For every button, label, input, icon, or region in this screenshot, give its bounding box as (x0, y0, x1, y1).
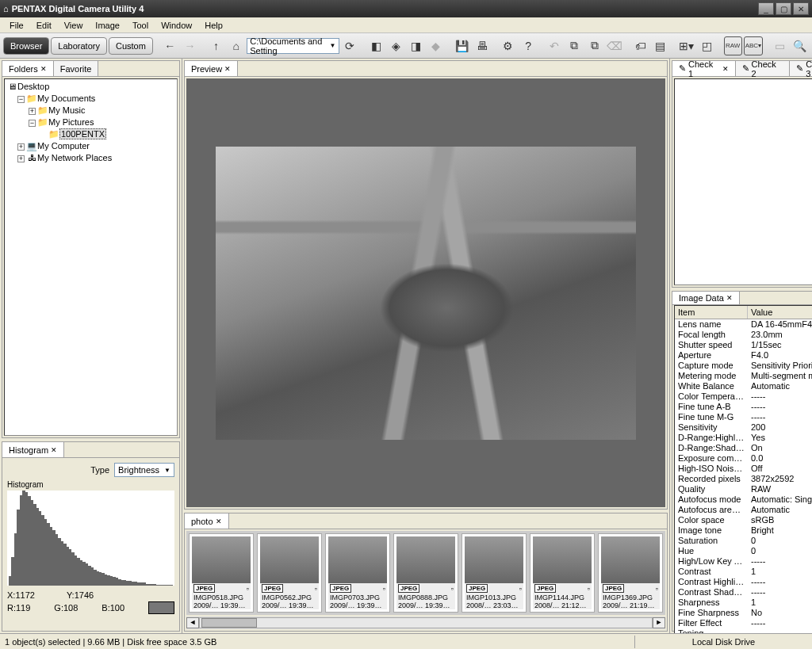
thumbnail[interactable]: JPEG▫IMGP0518.JPG2009/… 19:39… (190, 534, 253, 612)
expand-icon[interactable]: + (17, 155, 25, 162)
tab-preview[interactable]: Preview✕ (185, 61, 238, 76)
tab-check-2[interactable]: ✎Check 2 (736, 61, 791, 76)
thumbnail-scrollbar[interactable]: ◄ ► (186, 617, 665, 629)
close-icon[interactable]: ✕ (216, 517, 222, 525)
close-icon[interactable]: ✕ (726, 294, 733, 302)
tab-image-data[interactable]: Image Data✕ (672, 292, 740, 304)
nav-up-icon[interactable]: ↑ (207, 36, 225, 55)
menu-help[interactable]: Help (198, 19, 229, 32)
imgdata-row[interactable]: Autofocus area modeAutomatic (675, 505, 812, 515)
collapse-icon[interactable]: − (17, 96, 25, 103)
rotate-right-icon[interactable]: ◨ (407, 36, 425, 55)
menu-edit[interactable]: Edit (30, 19, 58, 32)
menu-file[interactable]: File (3, 19, 30, 32)
imgdata-row[interactable]: Sharpness1 (675, 597, 812, 608)
refresh-icon[interactable]: ⟳ (341, 36, 359, 55)
imgdata-row[interactable]: White BalanceAutomatic (675, 381, 812, 391)
nav-home-icon[interactable]: ⌂ (227, 36, 245, 55)
menu-view[interactable]: View (58, 19, 90, 32)
expand-icon[interactable]: + (29, 108, 36, 115)
imgdata-header-item[interactable]: Item (675, 306, 748, 319)
imgdata-row[interactable]: Hue0 (675, 546, 812, 556)
imgdata-row[interactable]: Fine SharpnessNo (675, 608, 812, 618)
imgdata-row[interactable]: Recorded pixels3872x2592 (675, 474, 812, 484)
imgdata-row[interactable]: QualityRAW (675, 484, 812, 494)
save-icon[interactable]: 💾 (453, 36, 471, 55)
tree-my-documents[interactable]: My Documents (37, 94, 95, 103)
imgdata-row[interactable]: Contrast Shadow Adj…----- (675, 587, 812, 597)
thumbnail[interactable]: JPEG▫IMGP0888.JPG2009/… 19:39… (394, 534, 458, 612)
copy-icon[interactable]: ⧉ (565, 36, 584, 55)
tab-histogram[interactable]: Histogram✕ (2, 442, 64, 457)
tree-100pentx[interactable]: 100PENTX (59, 128, 106, 139)
thumbnail[interactable]: JPEG▫IMGP0703.JPG2009/… 19:39… (326, 534, 389, 612)
mode-browser[interactable]: Browser (3, 37, 49, 55)
help-icon[interactable]: ? (519, 36, 538, 55)
imgdata-row[interactable]: Color Temperature----- (675, 391, 812, 402)
expand-icon[interactable]: + (17, 143, 25, 151)
stack-icon[interactable]: ▤ (651, 36, 669, 55)
tree-my-pictures[interactable]: My Pictures (48, 117, 94, 127)
raw-icon[interactable]: RAW (724, 36, 742, 55)
scroll-right-icon[interactable]: ► (653, 617, 665, 628)
histogram-type-select[interactable]: Brightness▼ (114, 463, 174, 477)
imgdata-row[interactable]: Metering modeMulti-segment metering (675, 371, 812, 381)
tree-my-computer[interactable]: My Computer (37, 141, 90, 151)
thumbnail[interactable]: JPEG▫IMGP1144.JPG2008/… 21:12… (530, 534, 594, 612)
tab-folders[interactable]: Folders✕ (2, 61, 54, 76)
imgdata-row[interactable]: Exposure compensation0.0 (675, 453, 812, 464)
rotate-mark-icon[interactable]: ◆ (427, 36, 445, 55)
tree-desktop[interactable]: Desktop (17, 82, 49, 91)
settings-icon[interactable]: ⚙ (499, 36, 517, 55)
imgdata-row[interactable]: Fine tune A-B----- (675, 402, 812, 412)
tab-check-1[interactable]: ✎Check 1✕ (672, 61, 736, 76)
monitor-icon[interactable]: ▭ (771, 36, 789, 55)
imgdata-row[interactable]: Focal length23.0mm (675, 330, 812, 340)
imgdata-header-value[interactable]: Value (748, 306, 812, 319)
tag-icon[interactable]: 🏷 (631, 36, 649, 55)
close-icon[interactable]: ✕ (40, 65, 47, 73)
thumbnail[interactable]: JPEG▫IMGP1013.JPG2008/… 23:03… (462, 534, 526, 612)
undo-icon[interactable]: ↶ (546, 36, 564, 55)
tab-photo[interactable]: photo✕ (185, 513, 229, 529)
preview-area[interactable] (186, 78, 665, 507)
delete-icon[interactable]: ⌫ (605, 36, 623, 55)
tree-my-music[interactable]: My Music (48, 105, 85, 115)
path-combo[interactable]: C:\Documents and Setting▼ (247, 38, 339, 54)
zoom-icon[interactable]: 🔍 (791, 36, 809, 55)
close-icon[interactable]: ✕ (224, 65, 231, 73)
imgdata-row[interactable]: High-ISO Noise Redu…Off (675, 464, 812, 474)
crop-icon[interactable]: ◰ (698, 36, 716, 55)
imgdata-row[interactable]: Shutter speed1/15sec (675, 340, 812, 350)
menu-window[interactable]: Window (155, 19, 198, 32)
folder-tree[interactable]: 🖥Desktop −📁My Documents +📁My Music −📁My … (4, 78, 178, 436)
imgdata-row[interactable]: D-Range:Highlight Co…Yes (675, 433, 812, 443)
mode-laboratory[interactable]: Laboratory (51, 37, 107, 55)
imgdata-row[interactable]: Filter Effect----- (675, 618, 812, 628)
imgdata-row[interactable]: ApertureF4.0 (675, 350, 812, 361)
imgdata-row[interactable]: Sensitivity200 (675, 422, 812, 433)
close-button[interactable]: ✕ (793, 2, 809, 15)
tab-check-3[interactable]: ✎Check 3 (790, 61, 812, 76)
grid-icon[interactable]: ⊞▾ (677, 36, 695, 55)
minimize-button[interactable]: _ (758, 2, 774, 15)
tree-my-network[interactable]: My Network Places (37, 153, 112, 162)
menu-image[interactable]: Image (89, 19, 126, 32)
imgdata-row[interactable]: Image toneBright (675, 525, 812, 536)
copy-multi-icon[interactable]: ⧉ (585, 36, 603, 55)
imgdata-row[interactable]: Capture modeSensitivity Priority Automa… (675, 361, 812, 371)
close-icon[interactable]: ✕ (51, 446, 57, 454)
imgdata-row[interactable]: Fine tune M-G----- (675, 412, 812, 422)
close-icon[interactable]: ✕ (722, 65, 729, 73)
tab-favorite[interactable]: Favorite (54, 61, 99, 76)
nav-forward-icon[interactable]: → (181, 36, 199, 55)
imgdata-row[interactable]: Color spacesRGB (675, 515, 812, 525)
scroll-left-icon[interactable]: ◄ (186, 617, 199, 628)
imgdata-row[interactable]: High/Low Key Adjust…----- (675, 556, 812, 567)
scroll-thumb[interactable] (201, 618, 257, 628)
rotate-left-icon[interactable]: ◧ (367, 36, 385, 55)
abc-icon[interactable]: ABC▾ (744, 36, 763, 55)
maximize-button[interactable]: ▢ (776, 2, 791, 15)
thumbnail[interactable]: JPEG▫IMGP0562.JPG2009/… 19:39… (258, 534, 321, 612)
mode-custom[interactable]: Custom (109, 37, 153, 55)
